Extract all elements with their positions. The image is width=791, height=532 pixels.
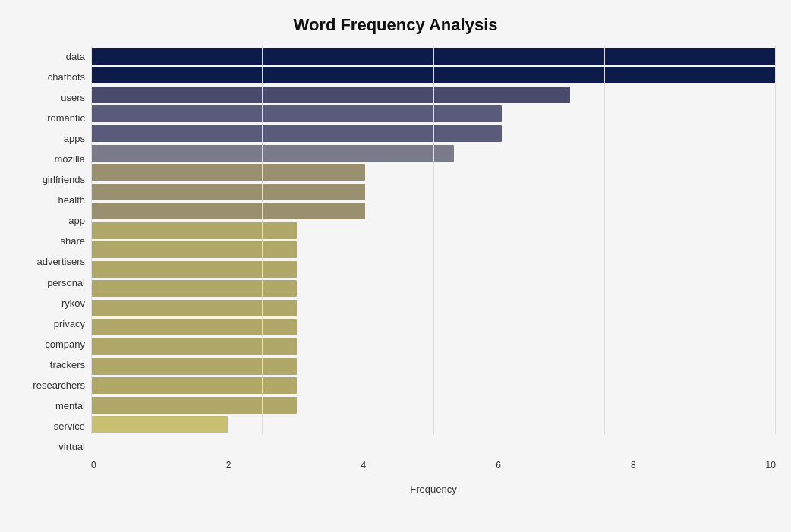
bar-row — [91, 240, 776, 260]
bar-advertisers — [91, 241, 297, 258]
y-label-privacy: privacy — [54, 319, 85, 329]
chart-container: Word Frequency Analysis datachatbotsuser… — [0, 0, 791, 532]
bar-row — [91, 143, 776, 163]
bar-company — [91, 319, 297, 335]
bar-row — [91, 162, 776, 182]
x-tick: 6 — [496, 460, 501, 471]
bar-virtual — [91, 416, 228, 433]
y-label-health: health — [58, 195, 85, 205]
y-label-girlfriends: girlfriends — [43, 175, 85, 184]
y-label-trackers: trackers — [50, 360, 85, 370]
bar-row — [91, 124, 776, 143]
bar-row — [91, 414, 776, 434]
bar-romantic — [91, 105, 502, 122]
bar-app — [91, 203, 365, 219]
x-tick: 8 — [631, 460, 636, 471]
bar-mental — [91, 377, 297, 394]
bar-health — [91, 184, 365, 200]
y-label-mozilla: mozilla — [55, 154, 85, 164]
bar-privacy — [91, 300, 297, 316]
x-tick: 4 — [361, 460, 366, 471]
bars-container — [91, 46, 776, 457]
x-axis: 0246810Frequency — [91, 457, 776, 480]
bar-researchers — [91, 358, 297, 375]
y-label-researchers: researchers — [33, 380, 85, 390]
y-label-mental: mental — [55, 401, 85, 411]
bar-mozilla — [91, 145, 454, 162]
bar-personal — [91, 261, 297, 278]
y-axis: datachatbotsusersromanticappsmozillagirl… — [15, 46, 91, 480]
bar-row — [91, 46, 776, 66]
bar-trackers — [91, 338, 297, 355]
bar-row — [91, 318, 776, 338]
bar-row — [91, 376, 776, 395]
y-label-chatbots: chatbots — [48, 72, 85, 82]
y-label-apps: apps — [64, 134, 85, 143]
y-label-share: share — [60, 236, 85, 246]
y-label-service: service — [54, 421, 85, 431]
bar-row — [91, 201, 776, 221]
y-label-romantic: romantic — [47, 113, 85, 123]
bar-rykov — [91, 280, 297, 297]
bar-row — [91, 298, 776, 318]
bar-row — [91, 66, 776, 86]
bar-apps — [91, 125, 502, 142]
bar-row — [91, 395, 776, 415]
y-label-users: users — [61, 93, 85, 102]
y-label-rykov: rykov — [61, 298, 85, 308]
y-label-advertisers: advertisers — [36, 257, 85, 266]
y-label-company: company — [45, 339, 85, 349]
bar-row — [91, 279, 776, 299]
bar-row — [91, 182, 776, 202]
bar-girlfriends — [91, 164, 365, 181]
x-axis-label: Frequency — [410, 483, 456, 495]
x-tick: 0 — [91, 460, 96, 471]
chart-title: Word Frequency Analysis — [15, 15, 776, 35]
y-label-personal: personal — [47, 278, 85, 288]
y-label-app: app — [68, 216, 85, 225]
bar-data — [91, 48, 776, 65]
bar-service — [91, 397, 297, 414]
bar-row — [91, 337, 776, 357]
y-label-virtual: virtual — [58, 442, 85, 452]
bar-row — [91, 260, 776, 279]
bar-row — [91, 221, 776, 241]
plot-area: 0246810Frequency — [91, 46, 776, 480]
x-tick: 10 — [766, 460, 776, 471]
bar-chatbots — [91, 67, 776, 83]
bar-row — [91, 105, 776, 124]
y-label-data: data — [66, 52, 85, 61]
bar-row — [91, 357, 776, 376]
bar-row — [91, 85, 776, 105]
bar-share — [91, 222, 297, 239]
x-tick: 2 — [226, 460, 232, 471]
chart-area: datachatbotsusersromanticappsmozillagirl… — [15, 46, 776, 480]
bar-users — [91, 87, 570, 103]
